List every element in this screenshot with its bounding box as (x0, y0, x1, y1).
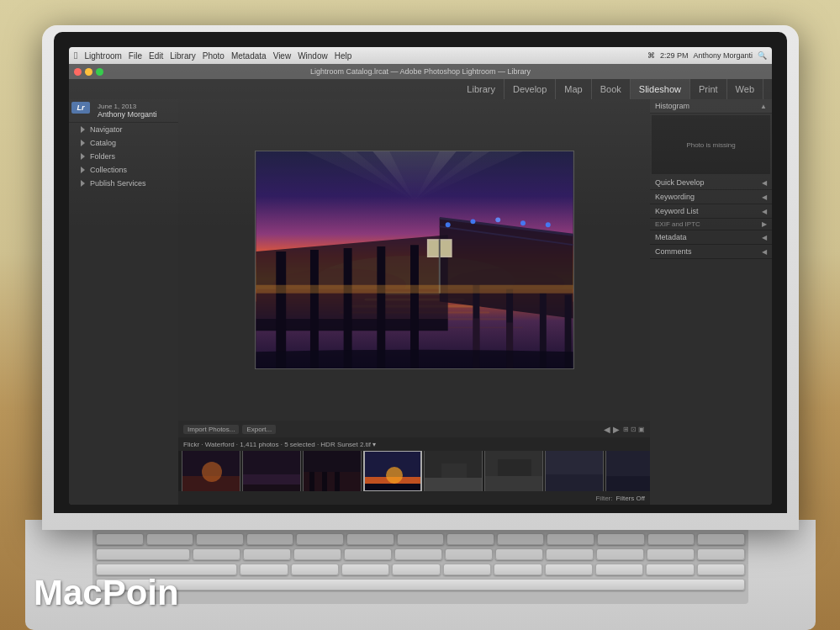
thumb-8[interactable] (605, 451, 650, 491)
menu-photo[interactable]: Photo (203, 51, 225, 61)
thumb-5[interactable] (424, 451, 483, 491)
panel-item-navigator[interactable]: Navigator (69, 123, 178, 136)
panel-item-publish[interactable]: Publish Services (69, 177, 178, 190)
key[interactable] (293, 548, 341, 560)
tab-book[interactable]: Book (592, 79, 631, 99)
maximize-button[interactable] (96, 68, 103, 76)
key[interactable] (443, 564, 491, 575)
key[interactable] (697, 533, 745, 545)
thumb-4-selected[interactable] (363, 451, 422, 491)
key[interactable] (494, 564, 542, 575)
keyword-list-section[interactable]: Keyword List ◀ (650, 204, 772, 219)
key[interactable] (196, 533, 244, 545)
key[interactable] (545, 564, 593, 575)
key[interactable] (646, 564, 694, 575)
svg-point-50 (386, 467, 403, 484)
key[interactable] (344, 548, 392, 560)
tab-slideshow[interactable]: Slideshow (631, 79, 690, 99)
key[interactable] (397, 533, 445, 545)
key[interactable] (392, 564, 440, 575)
menu-file[interactable]: File (129, 51, 142, 61)
key[interactable] (697, 564, 745, 575)
key[interactable] (547, 533, 594, 545)
main-photo (255, 151, 574, 369)
keywording-section[interactable]: Keywording ◀ (650, 190, 772, 204)
lr-main: Lr June 1, 2013 Anthony Morganti Navigat… (69, 99, 772, 505)
import-button[interactable]: Import Photos... (183, 425, 239, 434)
key[interactable] (495, 548, 543, 560)
key[interactable] (193, 548, 240, 560)
thumb-6[interactable] (484, 451, 543, 491)
panel-item-collections[interactable]: Collections (69, 163, 178, 177)
key[interactable] (546, 548, 594, 560)
thumb-2[interactable] (242, 451, 301, 491)
filmstrip-filter: Filter: Filters Off (178, 491, 650, 505)
thumb-3[interactable] (303, 451, 362, 491)
key[interactable] (240, 564, 288, 575)
tab-develop[interactable]: Develop (505, 79, 556, 99)
histogram-label: Histogram (655, 102, 689, 110)
tab-map[interactable]: Map (556, 79, 591, 99)
wifi-icon: ⌘ (647, 51, 655, 60)
svg-rect-53 (425, 478, 483, 491)
close-button[interactable] (74, 68, 82, 76)
menu-library[interactable]: Library (170, 51, 196, 61)
tab-web[interactable]: Web (727, 79, 763, 99)
exif-row: EXIF and IPTC ▶ (650, 219, 772, 230)
filmstrip: Flickr · Waterford · 1,411 photos · 5 se… (178, 437, 650, 505)
filter-value[interactable]: Filters Off (615, 495, 645, 502)
key[interactable] (597, 533, 645, 545)
quick-develop-section[interactable]: Quick Develop ◀ (650, 176, 772, 190)
key[interactable] (596, 548, 644, 560)
tab-library[interactable]: Library (458, 79, 505, 99)
triangle-icon (81, 167, 85, 173)
key[interactable] (246, 533, 294, 545)
histogram-header[interactable]: Histogram ▲ (650, 99, 772, 114)
lr-center: Import Photos... Export... ◀ ▶ ⊞ ⊡ ▣ Fli… (178, 99, 650, 505)
thumb-1[interactable] (182, 451, 240, 491)
key[interactable] (296, 533, 344, 545)
export-button[interactable]: Export... (242, 425, 276, 434)
key[interactable] (146, 533, 194, 545)
menu-window[interactable]: Window (298, 51, 328, 61)
key[interactable] (446, 533, 494, 545)
menu-lightroom[interactable]: Lightroom (84, 51, 121, 61)
menu-view[interactable]: View (273, 51, 292, 61)
key[interactable] (497, 533, 545, 545)
key[interactable] (291, 564, 339, 575)
key[interactable] (647, 533, 695, 545)
key-spacebar[interactable] (96, 579, 745, 590)
key[interactable] (697, 548, 745, 560)
mac-menubar:  Lightroom File Edit Library Photo Meta… (69, 47, 772, 64)
key-tab[interactable] (96, 548, 190, 560)
metadata-section[interactable]: Metadata ◀ (650, 230, 772, 245)
nav-arrows[interactable]: ◀ ▶ (604, 425, 620, 434)
key[interactable] (243, 548, 291, 560)
photo-view[interactable] (178, 99, 650, 421)
svg-point-30 (495, 217, 500, 222)
meta-arrow: ◀ (762, 234, 767, 241)
menu-help[interactable]: Help (335, 51, 352, 61)
tab-print[interactable]: Print (690, 79, 727, 99)
key[interactable] (96, 533, 144, 545)
minimize-button[interactable] (85, 68, 92, 76)
key[interactable] (394, 548, 442, 560)
panel-item-folders[interactable]: Folders (69, 150, 178, 163)
apple-menu[interactable]:  (74, 50, 77, 61)
lr-modules: Library Develop Map Book Slideshow Print… (69, 79, 772, 99)
key[interactable] (445, 548, 493, 560)
panel-item-catalog[interactable]: Catalog (69, 136, 178, 150)
menu-edit[interactable]: Edit (149, 51, 163, 61)
menu-metadata[interactable]: Metadata (231, 51, 267, 61)
key[interactable] (346, 533, 394, 545)
key[interactable] (595, 564, 643, 575)
exif-arrow: ▶ (762, 220, 767, 228)
histogram-area: Photo is missing (652, 115, 770, 174)
time-display: 2:29 PM (660, 51, 689, 60)
thumb-7[interactable] (545, 451, 604, 491)
key[interactable] (647, 548, 695, 560)
comments-section[interactable]: Comments ◀ (650, 245, 772, 259)
search-icon[interactable]: 🔍 (758, 51, 767, 60)
svg-rect-57 (498, 459, 531, 476)
key[interactable] (341, 564, 389, 575)
